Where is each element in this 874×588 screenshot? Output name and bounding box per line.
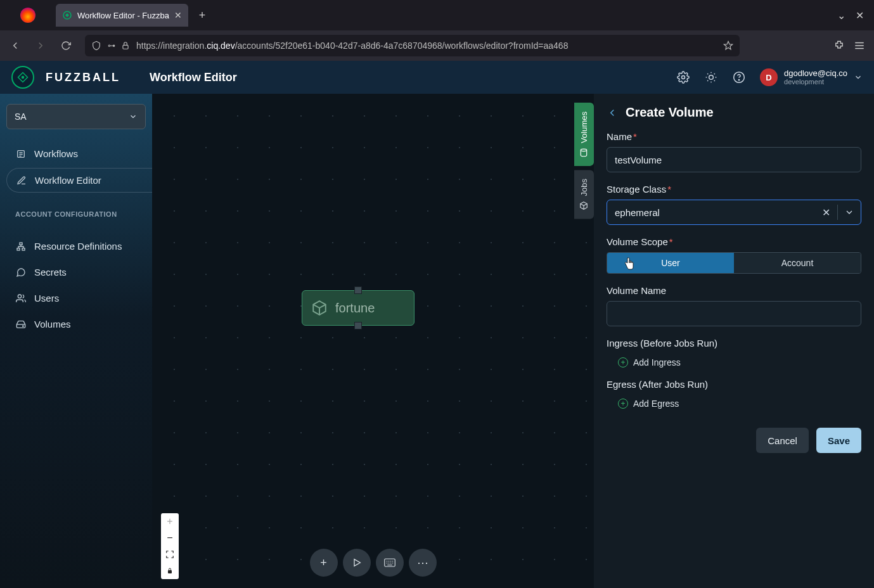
svg-point-2: [22, 76, 25, 79]
disk-icon: [15, 319, 27, 329]
permissions-icon[interactable]: ⊶: [108, 41, 115, 50]
back-arrow-icon[interactable]: [607, 107, 618, 118]
tabs-dropdown-icon[interactable]: ⌄: [837, 10, 845, 22]
workflow-node[interactable]: fortune: [302, 290, 415, 326]
list-icon: [15, 149, 27, 159]
users-icon: [15, 293, 27, 304]
volume-name-input[interactable]: [607, 301, 861, 326]
new-tab-button[interactable]: +: [193, 6, 211, 24]
cube-icon: [311, 300, 328, 316]
node-handle-bottom[interactable]: [354, 322, 362, 329]
name-label: Name*: [607, 131, 861, 142]
url-text: https://integration.ciq.dev/accounts/52f…: [136, 41, 717, 51]
sidebar-item-label: Workflow Editor: [35, 175, 101, 186]
app-header: FUZZBALL Workflow Editor D dgodlove@ciq.…: [0, 61, 874, 94]
database-icon: [580, 148, 589, 157]
svg-rect-10: [22, 248, 25, 250]
more-button[interactable]: ⋯: [409, 549, 437, 577]
volume-scope-label: Volume Scope*: [607, 236, 861, 247]
user-menu[interactable]: D dgodlove@ciq.co development: [760, 68, 863, 86]
account-selector-value: SA: [15, 112, 27, 122]
chevron-down-icon: [854, 73, 863, 82]
avatar: D: [760, 68, 778, 86]
logo-icon: [11, 66, 34, 89]
node-handle-top[interactable]: [354, 286, 362, 294]
sidebar-item-users[interactable]: Users: [6, 286, 146, 310]
svg-rect-9: [17, 248, 20, 250]
clear-icon[interactable]: ✕: [818, 207, 833, 219]
canvas-toolbar: + ⋯: [310, 549, 437, 577]
sidebar-item-volumes[interactable]: Volumes: [6, 312, 146, 336]
create-volume-panel: Create Volume Name* Storage Class* ephem…: [594, 94, 874, 588]
user-env: development: [784, 78, 847, 86]
forward-button[interactable]: [30, 35, 51, 56]
page-title: Workflow Editor: [150, 71, 237, 84]
svg-point-11: [18, 295, 21, 298]
sitemap-icon: [15, 241, 27, 252]
sidebar-item-label: Volumes: [34, 319, 71, 329]
svg-rect-14: [168, 570, 172, 573]
sidebar-item-resource-definitions[interactable]: Resource Definitions: [6, 234, 146, 258]
storage-class-value: ephemeral: [615, 207, 818, 218]
node-label: fortune: [335, 301, 375, 316]
sidebar-item-workflows[interactable]: Workflows: [6, 142, 146, 165]
fit-view-button[interactable]: [161, 546, 179, 563]
sidebar-item-secrets[interactable]: Secrets: [6, 260, 146, 284]
reload-button[interactable]: [56, 35, 76, 56]
tab-favicon: [62, 10, 72, 20]
save-button[interactable]: Save: [816, 428, 861, 453]
chevron-down-icon: [129, 112, 138, 121]
zoom-in-button[interactable]: +: [161, 513, 179, 530]
firefox-icon: [20, 8, 35, 23]
scope-account-button[interactable]: Account: [734, 253, 861, 273]
brand-name: FUZZBALL: [46, 71, 120, 84]
egress-label: Egress (After Jobs Run): [607, 379, 861, 390]
chevron-down-icon[interactable]: [842, 207, 857, 217]
account-selector[interactable]: SA: [6, 104, 146, 129]
plus-circle-icon: +: [618, 399, 628, 409]
lock-button[interactable]: [161, 563, 179, 579]
zoom-out-button[interactable]: −: [161, 530, 179, 546]
close-icon[interactable]: ✕: [174, 10, 182, 20]
sidebar-item-label: Secrets: [34, 267, 67, 278]
canvas-tab-jobs[interactable]: Jobs: [574, 170, 594, 219]
lock-icon: [121, 41, 130, 50]
gear-icon[interactable]: [676, 70, 690, 84]
back-button[interactable]: [5, 35, 25, 56]
storage-class-select[interactable]: ephemeral ✕: [607, 200, 861, 225]
sidebar-item-workflow-editor[interactable]: Workflow Editor: [6, 168, 152, 193]
sidebar-item-label: Workflows: [34, 148, 78, 159]
run-button[interactable]: [343, 549, 371, 577]
cancel-button[interactable]: Cancel: [756, 428, 809, 453]
browser-nav-bar: ⊶ https://integration.ciq.dev/accounts/5…: [0, 30, 874, 61]
browser-tab[interactable]: Workflow Editor - Fuzzba ✕: [56, 4, 188, 27]
bookmark-icon[interactable]: [723, 41, 733, 51]
menu-icon[interactable]: [854, 40, 865, 51]
svg-point-6: [738, 80, 739, 80]
url-bar[interactable]: ⊶ https://integration.ciq.dev/accounts/5…: [85, 35, 740, 56]
ingress-label: Ingress (Before Jobs Run): [607, 338, 861, 348]
extensions-icon[interactable]: [833, 40, 845, 51]
svg-point-12: [23, 326, 23, 326]
help-icon[interactable]: [732, 70, 746, 84]
svg-rect-1: [123, 45, 128, 49]
add-ingress-button[interactable]: + Add Ingress: [607, 354, 861, 368]
svg-rect-8: [20, 243, 22, 245]
workflow-canvas[interactable]: Volumes Jobs fortune + −: [152, 94, 594, 588]
add-button[interactable]: +: [310, 549, 338, 577]
svg-point-3: [682, 76, 685, 79]
plus-circle-icon: +: [618, 357, 628, 368]
svg-point-13: [581, 149, 587, 151]
volume-scope-toggle: User Account: [607, 252, 861, 274]
add-egress-button[interactable]: + Add Egress: [607, 395, 861, 409]
svg-point-4: [709, 75, 714, 80]
zoom-controls: + −: [161, 513, 179, 579]
sidebar: SA Workflows Workflow Editor: [0, 94, 152, 588]
keyboard-button[interactable]: [376, 549, 404, 577]
chat-icon: [15, 267, 27, 278]
window-close-icon[interactable]: ✕: [856, 10, 864, 22]
name-input[interactable]: [607, 147, 861, 172]
scope-user-button[interactable]: User: [607, 253, 734, 273]
canvas-tab-volumes[interactable]: Volumes: [574, 103, 594, 166]
theme-icon[interactable]: [704, 70, 718, 84]
